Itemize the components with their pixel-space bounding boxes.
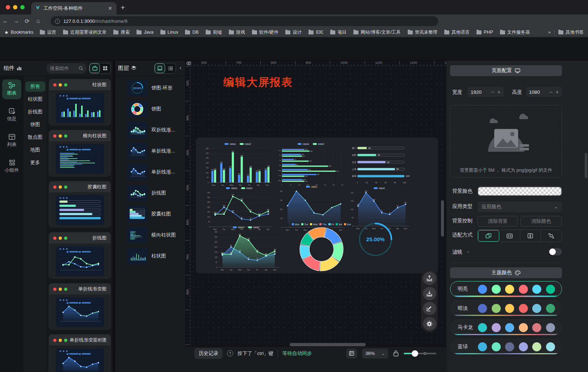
- zoom-slider[interactable]: [404, 353, 436, 354]
- fit-full-icon[interactable]: [541, 230, 562, 242]
- browser-home-icon[interactable]: ⌂: [33, 18, 43, 24]
- horizontal-scrollbar[interactable]: [290, 343, 366, 346]
- theme-row-1[interactable]: 暗淡: [450, 300, 562, 316]
- vertical-scrollbar[interactable]: [441, 200, 444, 237]
- dashboard-widget-胶囊柱图[interactable]: 厦门20南阳40北京60上海80新疆100020406080100: [348, 144, 410, 184]
- clear-background-button[interactable]: 清除背景: [478, 216, 518, 227]
- bookmark-folder[interactable]: PHP: [476, 30, 493, 35]
- bookmark-folder[interactable]: 设计: [285, 29, 302, 35]
- export-button[interactable]: [423, 272, 436, 285]
- minimize-window-icon[interactable]: [13, 5, 17, 9]
- window-controls[interactable]: [6, 5, 25, 9]
- height-minus-button[interactable]: −: [550, 89, 553, 95]
- site-info-icon[interactable]: i: [55, 19, 60, 24]
- dashboard-widget-折线图[interactable]: data1data2050100150200250300350120200150…: [205, 186, 274, 231]
- layer-item[interactable]: 双折线渐...: [115, 120, 185, 141]
- slider-knob[interactable]: [412, 350, 418, 357]
- bookmark-folder[interactable]: 近期需要读的文章: [63, 29, 106, 35]
- close-window-icon[interactable]: [6, 5, 10, 9]
- chevron-right-icon[interactable]: ›: [467, 249, 469, 254]
- width-plus-button[interactable]: +: [497, 89, 500, 95]
- category-item[interactable]: 所有: [25, 81, 45, 92]
- category-item[interactable]: 饼图: [25, 120, 45, 130]
- bookmark-folder[interactable]: Java: [136, 30, 153, 35]
- canvas-area[interactable]: 6007008009001000110012001300 20030040050…: [185, 60, 446, 372]
- dashboard-widget-饼图-环形[interactable]: 25.00%: [357, 218, 394, 261]
- category-item[interactable]: 地图: [25, 145, 45, 155]
- maximize-window-icon[interactable]: [20, 5, 25, 9]
- zoom-select[interactable]: 36%⌄: [362, 348, 388, 359]
- bookmark-folder[interactable]: 其他语言: [444, 29, 470, 35]
- sidebar-tab-图表[interactable]: 图表: [2, 79, 21, 99]
- bookmark-folder[interactable]: IDE: [308, 30, 323, 35]
- thumbnail-view-icon[interactable]: [155, 63, 165, 73]
- layer-item[interactable]: 折线图: [115, 183, 185, 204]
- single-view-icon[interactable]: [89, 63, 100, 73]
- bookmark-folder[interactable]: 搜索: [113, 29, 130, 35]
- help-icon[interactable]: ?: [227, 350, 233, 356]
- width-input[interactable]: 1920 −+: [467, 87, 504, 97]
- dashboard-widget-横向柱状图[interactable]: data1data2050100150200250300350120200150…: [276, 142, 346, 187]
- app-type-select[interactable]: 应用颜色⌄: [478, 201, 562, 212]
- component-card[interactable]: 横向柱状图: [49, 130, 111, 176]
- reload-icon[interactable]: ⟳: [22, 18, 33, 25]
- layer-item[interactable]: 饼图: [115, 99, 185, 120]
- sidebar-tab-小组件[interactable]: 小组件: [2, 156, 21, 176]
- back-icon[interactable]: ←: [0, 18, 11, 24]
- search-input[interactable]: 搜索组件: [46, 63, 87, 74]
- dashboard-widget-饼图[interactable]: MonTueWedThuFriSatSun: [280, 222, 363, 272]
- category-item[interactable]: 更多: [25, 158, 45, 168]
- tab-close-icon[interactable]: ✕: [107, 5, 113, 11]
- dashboard-widget-柱状图[interactable]: data1data2050100150200250300350120200150…: [203, 142, 273, 187]
- theme-row-3[interactable]: 蓝绿: [450, 339, 562, 355]
- component-card[interactable]: 折线图: [49, 232, 111, 279]
- bookmark-folder[interactable]: 软件/硬件: [252, 29, 278, 35]
- background-upload-area[interactable]: 背景图需小于 5M ， 格式为 png/jpg/gif 的文件: [450, 105, 562, 177]
- layer-item[interactable]: 胶囊柱图: [115, 204, 185, 225]
- sidebar-tab-列表[interactable]: 列表: [2, 131, 21, 151]
- edit-button[interactable]: [423, 302, 436, 315]
- theme-row-2[interactable]: 马卡龙: [450, 319, 562, 335]
- history-button[interactable]: 历史记录: [194, 348, 223, 359]
- bookmark-folder[interactable]: 文件服务器: [500, 29, 530, 35]
- other-bookmarks[interactable]: 其他书签: [558, 29, 584, 35]
- bookmark-folder[interactable]: DB: [185, 30, 198, 35]
- layer-view-toggle[interactable]: [154, 63, 176, 74]
- bookmark-folder[interactable]: 游戏: [229, 29, 245, 35]
- dashboard-widget-双折线渐变面积图[interactable]: data1data2050100150200250300350120200150…: [212, 225, 281, 271]
- layer-item[interactable]: 单折线渐...: [115, 162, 185, 183]
- filter-toggle[interactable]: [549, 248, 562, 255]
- bookmark-folder[interactable]: 前端: [206, 29, 222, 35]
- import-button[interactable]: [423, 287, 436, 300]
- category-item[interactable]: 散点图: [25, 132, 45, 142]
- category-item[interactable]: 折线图: [25, 107, 45, 117]
- new-tab-button[interactable]: +: [121, 3, 125, 12]
- fit-height-icon[interactable]: [520, 230, 541, 242]
- bg-color-swatch[interactable]: [478, 187, 562, 196]
- sidebar-tab-信息[interactable]: A信息: [2, 105, 21, 125]
- clear-color-button[interactable]: 清除颜色: [520, 216, 562, 227]
- list-view-icon[interactable]: [165, 63, 176, 73]
- layer-item[interactable]: 柱状图: [115, 246, 185, 267]
- layer-item[interactable]: 单折线渐...: [115, 141, 185, 162]
- settings-gear-icon[interactable]: [423, 317, 436, 330]
- height-input[interactable]: 1080 −+: [526, 87, 562, 97]
- bookmark-folder[interactable]: 网站/博客/文章/工具: [353, 29, 400, 35]
- component-view-toggle[interactable]: [89, 63, 111, 74]
- theme-row-0[interactable]: 明亮: [450, 281, 562, 297]
- fit-width-icon[interactable]: [499, 230, 520, 242]
- bookmark-folder[interactable]: 项目: [330, 29, 346, 35]
- browser-tab[interactable]: 工作空间-各种组件 ✕: [31, 2, 117, 14]
- component-card[interactable]: 胶囊柱图: [49, 181, 111, 227]
- grid-view-icon[interactable]: [100, 63, 110, 73]
- category-item[interactable]: 柱状图: [25, 94, 45, 104]
- bookmark-folder[interactable]: 运营: [40, 29, 56, 35]
- bookmarks-overflow[interactable]: »: [548, 30, 551, 35]
- drawer-toggle-icon[interactable]: [346, 348, 357, 359]
- layer-item[interactable]: 横向柱状图: [115, 225, 185, 246]
- component-card[interactable]: 柱状图: [49, 79, 111, 125]
- collapse-panel-icon[interactable]: ‹: [180, 65, 181, 71]
- dashboard[interactable]: data1data2050100150200250300350120200150…: [196, 137, 438, 273]
- forward-icon[interactable]: →: [11, 18, 22, 24]
- fit-scale-icon[interactable]: [478, 230, 499, 242]
